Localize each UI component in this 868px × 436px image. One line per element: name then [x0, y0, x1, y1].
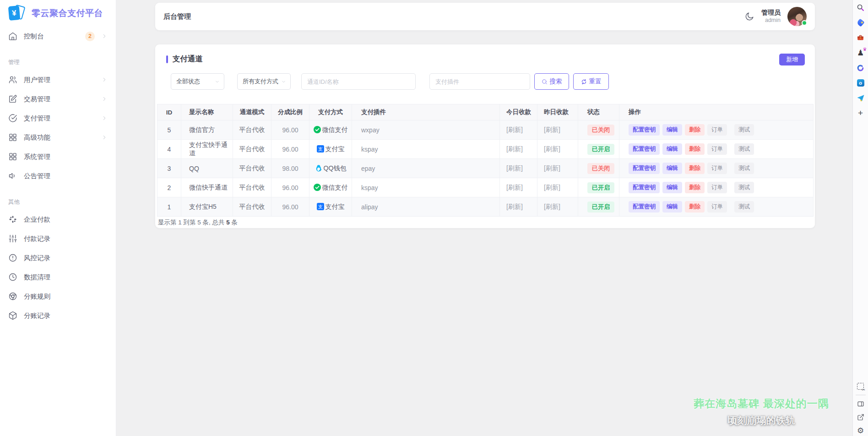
method-label: QQ钱包 — [324, 164, 347, 172]
reset-button[interactable]: 重置 — [573, 73, 609, 90]
avatar[interactable] — [787, 7, 807, 26]
delete-button[interactable]: 删除 — [685, 163, 705, 174]
test-button[interactable]: 测试 — [734, 201, 754, 213]
cell-yesterday: [刷新] — [537, 120, 578, 140]
plus-icon[interactable]: + — [856, 109, 865, 118]
moon-icon[interactable] — [744, 11, 754, 22]
tag-icon[interactable] — [856, 18, 865, 27]
sidebar-item-announcements[interactable]: 公告管理 — [0, 166, 116, 185]
add-button[interactable]: 新增 — [779, 54, 805, 65]
refresh-today-link[interactable]: [刷新] — [506, 184, 523, 191]
method-select[interactable]: 所有支付方式 — [237, 73, 291, 90]
edit-button[interactable]: 编辑 — [662, 182, 682, 193]
cell-actions: 配置密钥编辑删除订单测试 — [619, 159, 814, 178]
table-row: 5 微信官方 平台代收 96.00 微信支付 wxpay [刷新] [刷新] 已… — [157, 120, 814, 140]
sidebar-item-label: 付款记录 — [24, 234, 108, 243]
test-button[interactable]: 测试 — [734, 124, 754, 136]
channels-table: ID 显示名称 通道模式 分成比例 支付方式 支付插件 今日收款 昨日收款 状态… — [157, 104, 814, 217]
chevron-right-icon — [101, 76, 108, 83]
gear-icon[interactable]: ⚙ — [856, 426, 865, 435]
sidebar-item-risk-records[interactable]: 风控记录 — [0, 248, 116, 267]
delete-button[interactable]: 删除 — [685, 201, 705, 213]
sidebar-item-transactions[interactable]: 交易管理 — [0, 89, 116, 109]
refresh-today-link[interactable]: [刷新] — [506, 164, 523, 172]
sidebar-item-payments[interactable]: 支付管理 — [0, 109, 116, 128]
refresh-today-link[interactable]: [刷新] — [506, 145, 523, 153]
split-view-icon[interactable] — [856, 399, 865, 409]
user-info[interactable]: 管理员 admin — [761, 9, 781, 24]
refresh-yesterday-link[interactable]: [刷新] — [544, 126, 560, 133]
chess-pawn-icon[interactable]: ♟♛ — [856, 48, 865, 57]
outlook-icon[interactable]: o — [856, 78, 865, 87]
configure-key-button[interactable]: 配置密钥 — [629, 124, 660, 136]
column-header-method: 支付方式 — [309, 104, 352, 120]
configure-key-button[interactable]: 配置密钥 — [629, 143, 660, 155]
cell-name: 微信快手通道 — [181, 178, 233, 197]
sidebar-item-label: 交易管理 — [24, 95, 95, 104]
ext-search-icon[interactable] — [856, 3, 865, 12]
loop-icon[interactable] — [856, 63, 865, 72]
cell-mode: 平台代收 — [233, 197, 271, 217]
orders-button[interactable]: 订单 — [707, 182, 727, 193]
sidebar-item-split-records[interactable]: 分账记录 — [0, 306, 116, 325]
telegram-icon[interactable] — [856, 93, 865, 103]
refresh-yesterday-link[interactable]: [刷新] — [544, 203, 560, 210]
sidebar-item-label: 风控记录 — [24, 254, 108, 262]
status-badge: 已关闭 — [587, 163, 614, 174]
refresh-today-link[interactable]: [刷新] — [506, 203, 523, 210]
search-button[interactable]: 搜索 — [534, 73, 569, 90]
delete-button[interactable]: 删除 — [685, 124, 705, 136]
toolbar-bottom-group: ⚙ — [853, 382, 868, 435]
edit-button[interactable]: 编辑 — [662, 124, 682, 136]
sidebar-item-data-cleanup[interactable]: 数据清理 — [0, 267, 116, 287]
sidebar-item-payout-records[interactable]: 付款记录 — [0, 229, 116, 248]
configure-key-button[interactable]: 配置密钥 — [629, 201, 660, 213]
configure-key-button[interactable]: 配置密钥 — [629, 163, 660, 174]
orders-button[interactable]: 订单 — [707, 163, 727, 174]
refresh-yesterday-link[interactable]: [刷新] — [544, 164, 560, 172]
plugin-input[interactable] — [429, 73, 530, 90]
configure-key-button[interactable]: 配置密钥 — [629, 182, 660, 193]
subtitle-line-2: 顷刻崩塌的铁轨 — [647, 414, 868, 427]
sidebar-item-split-rules[interactable]: 分账规则 — [0, 287, 116, 306]
cell-yesterday: [刷新] — [537, 159, 578, 178]
channel-id-input[interactable] — [301, 73, 416, 90]
cell-method: 微信支付 — [309, 120, 352, 140]
sidebar-item-console[interactable]: 控制台 2 — [0, 27, 116, 46]
wechat-pay-icon — [314, 126, 321, 133]
refresh-yesterday-link[interactable]: [刷新] — [544, 145, 560, 153]
cell-today: [刷新] — [500, 178, 537, 197]
sidebar-item-users[interactable]: 用户管理 — [0, 70, 116, 89]
delete-button[interactable]: 删除 — [685, 182, 705, 193]
sidebar-section-label: 其他 — [8, 198, 108, 206]
app-logo: ¥ 零云聚合支付平台 — [0, 0, 116, 27]
table-header-row: ID 显示名称 通道模式 分成比例 支付方式 支付插件 今日收款 昨日收款 状态… — [157, 104, 814, 120]
orders-button[interactable]: 订单 — [707, 201, 727, 213]
column-header-name: 显示名称 — [181, 104, 233, 120]
refresh-today-link[interactable]: [刷新] — [506, 126, 523, 133]
edit-button[interactable]: 编辑 — [662, 143, 682, 155]
user-role: admin — [761, 17, 781, 24]
external-link-icon[interactable] — [856, 413, 865, 422]
cell-yesterday: [刷新] — [537, 178, 578, 197]
sidebar-item-advanced[interactable]: 高级功能 — [0, 128, 116, 147]
status-select[interactable]: 全部状态 — [171, 73, 224, 90]
test-button[interactable]: 测试 — [734, 182, 754, 193]
edit-button[interactable]: 编辑 — [662, 201, 682, 213]
snip-icon[interactable] — [856, 382, 865, 391]
sidebar-item-system[interactable]: 系统管理 — [0, 147, 116, 166]
cell-name: QQ — [181, 159, 233, 178]
orders-button[interactable]: 订单 — [707, 124, 727, 136]
refresh-yesterday-link[interactable]: [刷新] — [544, 184, 560, 191]
orders-button[interactable]: 订单 — [707, 143, 727, 155]
toolbar-top-group: ♟♛ o + — [853, 3, 868, 118]
toolbox-icon[interactable] — [856, 33, 865, 42]
edit-button[interactable]: 编辑 — [662, 163, 682, 174]
panel-titlebar: 支付通道 — [166, 54, 203, 64]
delete-button[interactable]: 删除 — [685, 143, 705, 155]
edit-icon — [8, 94, 17, 104]
test-button[interactable]: 测试 — [734, 143, 754, 155]
sidebar-item-enterprise-pay[interactable]: 企业付款 — [0, 210, 116, 229]
test-button[interactable]: 测试 — [734, 163, 754, 174]
clock-icon — [8, 272, 17, 282]
